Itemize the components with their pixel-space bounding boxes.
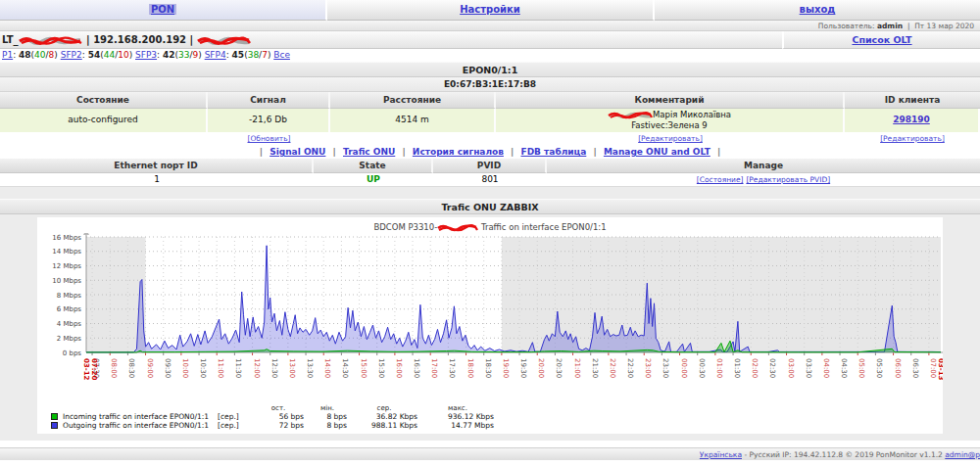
fdb-table-link[interactable]: FDB таблица <box>520 147 586 157</box>
username: admin <box>877 22 903 30</box>
edit-comment-cell[interactable]: [Редактировать] <box>496 132 845 146</box>
olt-name-prefix: LT_ <box>2 34 19 45</box>
svg-text:09:00: 09:00 <box>146 358 154 378</box>
refresh-cell[interactable]: [Обновить] <box>208 132 330 146</box>
refresh-link[interactable]: [Обновить] <box>248 134 291 143</box>
port-total: 54 <box>88 50 101 60</box>
port-link-sfp3[interactable]: SFP3 <box>135 50 157 60</box>
tab-pon-link[interactable]: PON <box>149 4 176 15</box>
user-label: Пользователь: <box>818 22 875 30</box>
tab-settings-link[interactable]: Настройки <box>460 4 520 15</box>
svg-text:23:00: 23:00 <box>644 358 652 378</box>
svg-text:15:00: 15:00 <box>360 358 368 378</box>
tab-logout[interactable]: выход <box>655 0 980 21</box>
svg-text:19:00: 19:00 <box>502 358 510 378</box>
svg-text:03:30: 03:30 <box>805 358 812 378</box>
svg-text:02:00: 02:00 <box>751 358 759 378</box>
lang-ukrainian-link[interactable]: Українська <box>700 450 742 459</box>
svg-text:22:00: 22:00 <box>609 358 616 378</box>
svg-text:18:30: 18:30 <box>484 358 492 378</box>
port-offline: 7 <box>262 50 268 60</box>
svg-text:04:00: 04:00 <box>822 358 830 378</box>
legend-col-last: ост. <box>251 404 306 412</box>
svg-text:03-12: 03-12 <box>82 358 90 381</box>
svg-text:12:30: 12:30 <box>270 358 278 378</box>
port-offline: 8 <box>49 50 55 60</box>
svg-text:6 Mbps: 6 Mbps <box>57 305 82 313</box>
olt-list-link[interactable]: Список OLT <box>852 34 911 45</box>
svg-text:16:30: 16:30 <box>413 358 420 378</box>
svg-text:19:30: 19:30 <box>519 358 527 378</box>
legend-col-min: мін. <box>306 404 349 412</box>
redaction-scribble <box>437 223 478 232</box>
outgoing-mode: [сер.] <box>216 421 251 430</box>
top-tab-bar: PON Настройки выход <box>0 0 980 21</box>
col-eth-manage: Manage <box>547 159 980 173</box>
legend-row-outgoing: Outgoing traffic on interface EPON0/1:1 … <box>49 421 496 430</box>
edit-comment-link[interactable]: [Редактировать] <box>638 134 703 143</box>
col-client-id: ID клиента <box>845 92 980 109</box>
svg-text:01:00: 01:00 <box>715 358 723 378</box>
port-total: 45 <box>232 50 245 60</box>
current-date: Пт 13 мар 2020 <box>914 22 974 30</box>
svg-text:4 Mbps: 4 Mbps <box>57 320 82 328</box>
port-link-pon1[interactable]: P1 <box>2 50 13 60</box>
eth-state-badge: UP <box>314 173 433 186</box>
svg-text:06:00: 06:00 <box>894 358 902 378</box>
eth-table-header: Ethernet порт ID State PVID Manage <box>0 159 980 173</box>
trafic-onu-link[interactable]: Trafic ONU <box>343 147 395 157</box>
port-online: 38 <box>248 50 259 60</box>
redaction-scribble <box>197 34 252 46</box>
svg-text:13:00: 13:00 <box>288 358 296 378</box>
legend-header-row: ост. мін. сер. макс. <box>49 404 496 412</box>
user-bar: Пользователь: admin | Пт 13 мар 2020 <box>0 21 980 31</box>
col-eth-pvid: PVID <box>433 159 547 173</box>
olt-list-cell[interactable]: Список OLT <box>782 31 980 49</box>
eth-state-link[interactable]: [Состояние] <box>697 175 744 184</box>
onu-distance: 4514 m <box>330 109 496 132</box>
edit-id-cell[interactable]: [Редактировать] <box>845 132 980 146</box>
col-state: Состояние <box>0 92 208 109</box>
svg-text:04:30: 04:30 <box>840 358 848 378</box>
svg-text:14:30: 14:30 <box>341 358 349 378</box>
port-online: 44 <box>104 50 115 60</box>
client-id-link[interactable]: 298190 <box>893 115 930 124</box>
svg-text:16:00: 16:00 <box>395 358 403 378</box>
edit-pvid-link[interactable]: [Редактировать PVID] <box>746 175 830 184</box>
svg-text:01:30: 01:30 <box>733 358 741 378</box>
info-actions-row: [Обновить] [Редактировать] [Редактироват… <box>0 132 980 146</box>
comment-line2: Fastivec:Зелена 9 <box>496 120 843 131</box>
svg-text:02:30: 02:30 <box>768 358 776 378</box>
outgoing-label: Outgoing traffic on interface EPON0/1:1 <box>61 421 216 430</box>
graph-title: BDCOM P3310- Traffic on interface EPON0/… <box>37 217 943 233</box>
signal-onu-link[interactable]: Signal ONU <box>270 147 325 157</box>
manage-onu-olt-link[interactable]: Manage ONU and OLT <box>604 147 710 157</box>
tab-logout-link[interactable]: выход <box>800 4 836 15</box>
signal-history-link[interactable]: История сигналов <box>413 147 504 157</box>
port-link-sfp4[interactable]: SFP4 <box>205 50 226 60</box>
svg-text:03:00: 03:00 <box>787 358 795 378</box>
svg-text:8 Mbps: 8 Mbps <box>57 292 82 300</box>
all-ports-link[interactable]: Все <box>273 50 290 60</box>
admin-email-link[interactable]: admin@p <box>945 450 980 459</box>
onu-client-id[interactable]: 298190 <box>845 109 980 132</box>
traffic-graph: 07:3008:0008:3009:0009:3010:0010:3011:00… <box>37 233 943 399</box>
graph-section: BDCOM P3310- Traffic on interface EPON0/… <box>0 214 980 441</box>
onu-state: auto-configured <box>0 109 208 132</box>
edit-id-link[interactable]: [Редактировать] <box>880 134 945 143</box>
incoming-mode: [сер.] <box>216 412 251 421</box>
port-link-sfp2[interactable]: SFP2 <box>61 50 82 60</box>
svg-text:18:00: 18:00 <box>466 358 474 378</box>
footer-bar: Українська - Русский IP: 194.42.112.8 © … <box>0 447 980 460</box>
svg-text:14:00: 14:00 <box>323 358 331 378</box>
eth-table-row: 1 UP 801 [Состояние] [Редактировать PVID… <box>0 173 980 186</box>
port-online: 33 <box>178 50 189 60</box>
col-eth-state: State <box>314 159 433 173</box>
olt-header-bar: LT_ | 192.168.200.192 | Список OLT <box>0 31 980 49</box>
svg-text:2 Mbps: 2 Mbps <box>57 335 82 343</box>
svg-text:05:00: 05:00 <box>858 358 865 378</box>
tab-pon[interactable]: PON <box>0 0 327 21</box>
tab-settings[interactable]: Настройки <box>327 0 655 21</box>
pon-ports-summary: P1: 48(40/8) SFP2: 54(44/10) SFP3: 42(33… <box>0 49 980 62</box>
svg-text:09:30: 09:30 <box>164 358 172 378</box>
